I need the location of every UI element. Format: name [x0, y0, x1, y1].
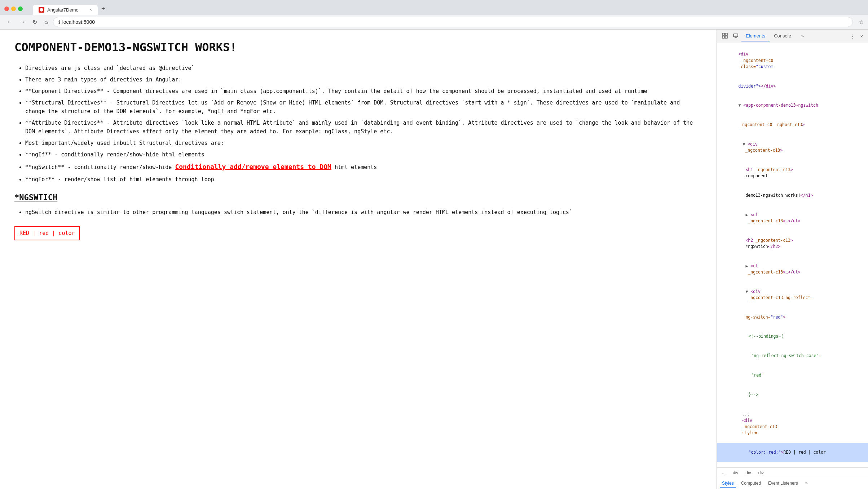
devtools-bottom-breadcrumb: ... div div div [717, 467, 868, 478]
chrome-tabs: Angular7Demo × + [33, 3, 109, 15]
svg-rect-0 [722, 33, 724, 35]
tree-node[interactable]: ▶ <ul _ngcontent-c13>…</ul> [717, 256, 868, 282]
list-item: There are 3 main types of directives in … [25, 75, 702, 84]
svg-rect-5 [735, 37, 737, 38]
console-tab[interactable]: Console [770, 31, 796, 41]
devtools-style-tabs: Styles Computed Event Listeners » [717, 478, 868, 489]
devtools-panel: Elements Console » ⋮ × <div _ngcontent-c… [717, 30, 868, 489]
home-button[interactable]: ⌂ [42, 17, 50, 27]
list-item: **ngFor** - render/show list of html ele… [25, 175, 702, 184]
breadcrumb-div-1[interactable]: div [731, 469, 740, 476]
tree-node[interactable]: ▼ <app-component-demo13-ngswitch [717, 96, 868, 115]
event-listeners-tab[interactable]: Event Listeners [766, 480, 800, 488]
new-tab-button[interactable]: + [98, 3, 109, 15]
chrome-toolbar: ← → ↻ ⌂ ℹ localhost:5000 ☆ [0, 15, 868, 30]
breadcrumb-div-3[interactable]: div [756, 469, 766, 476]
angular-icon [39, 7, 44, 13]
svg-rect-4 [733, 34, 738, 37]
section-heading: *NGSWTICH [14, 191, 702, 204]
minimize-dot[interactable] [11, 6, 16, 11]
tree-node[interactable]: <h2 _ngcontent-c13> *ngSwtich</h2> [717, 231, 868, 256]
page-content: COMPONENT-DEMO13-NGSWITCH WORKS! Directi… [0, 30, 717, 489]
tree-dots[interactable]: ... <div _ngcontent-c13 style= [717, 404, 868, 443]
tree-node[interactable]: "ng-reflect-ng-switch-case": [717, 346, 868, 366]
list-item: **Attribute Directives** - Attribute dir… [25, 119, 702, 136]
list-item: Most important/widely used inbuilt Struc… [25, 139, 702, 147]
tree-node[interactable]: _ngcontent-c0 _nghost-c13> [717, 115, 868, 135]
devtools-close-button[interactable]: × [858, 32, 865, 40]
forward-button[interactable]: → [17, 17, 27, 27]
svg-rect-2 [722, 36, 724, 38]
section-bullet-list: ngSwitch directive is similar to other p… [25, 208, 702, 217]
back-button[interactable]: ← [4, 17, 14, 27]
breadcrumb-dots[interactable]: ... [720, 469, 728, 476]
red-color-box: RED | red | color [14, 226, 80, 240]
window-controls [4, 6, 23, 11]
ngswitch-text-end: html elements [331, 164, 377, 170]
devtools-settings-button[interactable]: ⋮ [848, 32, 857, 40]
list-item: **ngIf** - conditionally render/show-hid… [25, 150, 702, 159]
tree-node[interactable]: </div> == $0 [717, 462, 868, 467]
ngswitch-text: **ngSwitch** - conditionally render/show… [25, 164, 175, 170]
list-item: Directives are js class and `declared as… [25, 64, 702, 72]
tree-node[interactable]: <div _ngcontent-c0 class="custom- [717, 45, 868, 76]
devtools-header: Elements Console » ⋮ × [717, 30, 868, 43]
devtools-tabs: Elements Console » [741, 31, 808, 41]
tree-node[interactable]: demo13-ngswitch works!</h1> [717, 186, 868, 205]
close-dot[interactable] [4, 6, 9, 11]
tree-node[interactable]: ▼ <div _ngcontent-c13> [717, 135, 868, 160]
secure-icon: ℹ [58, 19, 60, 25]
list-item: **Structural Directives** - Structural D… [25, 98, 702, 116]
tree-node[interactable]: divider"></div> [717, 76, 868, 96]
tree-node[interactable]: ng-switch="red"> [717, 307, 868, 327]
page-title: COMPONENT-DEMO13-NGSWITCH WORKS! [14, 38, 702, 57]
computed-tab[interactable]: Computed [739, 480, 763, 488]
devtools-tree: <div _ngcontent-c0 class="custom- divide… [717, 43, 868, 467]
tree-node[interactable]: <h1 _ngcontent-c13> component- [717, 160, 868, 186]
list-item: ngSwitch directive is similar to other p… [25, 208, 702, 217]
tree-node[interactable]: }--> [717, 385, 868, 404]
tree-node[interactable]: "red" [717, 366, 868, 385]
more-style-tabs[interactable]: » [803, 480, 810, 488]
main-bullet-list: Directives are js class and `declared as… [25, 64, 702, 184]
browser-tab[interactable]: Angular7Demo × [33, 5, 98, 15]
main-content: COMPONENT-DEMO13-NGSWITCH WORKS! Directi… [0, 30, 868, 489]
chrome-frame: Angular7Demo × + ← → ↻ ⌂ ℹ localhost:500… [0, 0, 868, 30]
device-toolbar-button[interactable] [731, 31, 741, 41]
list-item: **Component Directives** - Component dir… [25, 87, 702, 95]
elements-tab[interactable]: Elements [741, 31, 770, 41]
tab-title: Angular7Demo [47, 7, 79, 13]
annotation-text: Conditionally add/remove elements to DOM [175, 163, 331, 170]
address-bar[interactable]: ℹ localhost:5000 [53, 17, 853, 27]
tree-node[interactable]: <!--bindings={ [717, 327, 868, 346]
svg-rect-1 [725, 33, 727, 35]
more-tabs-button[interactable]: » [797, 31, 808, 41]
inspect-element-button[interactable] [720, 31, 730, 41]
tree-node[interactable]: ▶ <ul _ngcontent-c13>…</ul> [717, 205, 868, 231]
breadcrumb-div-2[interactable]: div [743, 469, 753, 476]
tab-close-button[interactable]: × [89, 7, 92, 12]
bookmark-button[interactable]: ☆ [859, 19, 864, 26]
tree-node-selected[interactable]: "color: red;">RED | red | color [717, 443, 868, 462]
address-text: localhost:5000 [62, 19, 95, 25]
tree-node[interactable]: ▼ <div _ngcontent-c13 ng-reflect- [717, 282, 868, 307]
styles-tab[interactable]: Styles [720, 480, 736, 488]
maximize-dot[interactable] [18, 6, 23, 11]
reload-button[interactable]: ↻ [30, 17, 39, 27]
list-item: **ngSwitch** - conditionally render/show… [25, 162, 702, 172]
chrome-titlebar: Angular7Demo × + [0, 0, 868, 15]
svg-rect-3 [725, 36, 727, 38]
